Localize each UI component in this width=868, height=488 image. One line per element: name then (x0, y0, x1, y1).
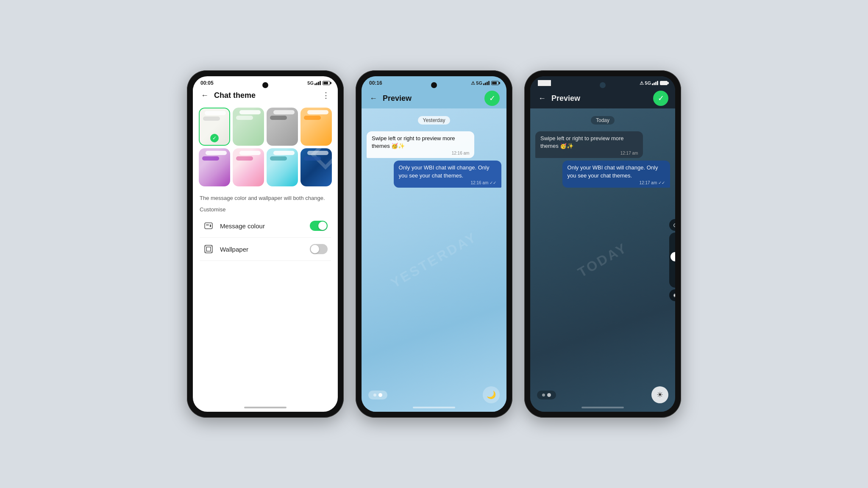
watermark-2: YESTERDAY (388, 229, 480, 291)
phone-1-notch (262, 82, 268, 88)
status-icons-3: ⚠ 5G (640, 80, 668, 86)
back-button-3[interactable]: ← (537, 94, 547, 103)
alert-icon-3: ⚠ (640, 80, 644, 86)
chat-area-2: YESTERDAY Yesterday Swipe left or right … (362, 108, 506, 412)
screen-title-2: Preview (383, 94, 480, 103)
signal-icon-1: 5G (307, 80, 314, 86)
brightness-icon-top[interactable]: ⊙ (669, 219, 675, 231)
battery-3 (660, 81, 668, 85)
theme-item-purple[interactable] (199, 148, 230, 186)
bubble-time-2-1: 12:16 am (372, 151, 469, 155)
phone-2-screen: 00:16 ⚠ 5G ← Preview ✓ (362, 76, 506, 412)
screen-title-1: Chat theme (214, 91, 317, 100)
phone-2: 00:16 ⚠ 5G ← Preview ✓ (356, 70, 512, 418)
light-mode-button-3[interactable]: ☀ (651, 386, 668, 403)
confirm-button-3[interactable]: ✓ (653, 91, 668, 106)
confirm-button-2[interactable]: ✓ (484, 91, 500, 106)
signal-bars-1 (314, 81, 321, 85)
dot-2-1 (373, 394, 376, 396)
dot-2-2 (378, 393, 382, 397)
wallpaper-label: Wallpaper (220, 246, 304, 253)
customise-label: Customise (200, 206, 331, 213)
message-colour-icon (203, 220, 214, 231)
bubble-text-3-1: Swipe left or right to preview more them… (540, 135, 638, 150)
wallpaper-icon (203, 244, 214, 255)
brightness-icon-bottom[interactable]: ✺ (669, 289, 675, 301)
dot-3-1 (542, 394, 545, 396)
bubble-text-sent-3-1: Only your WBI chat will change. Only you… (568, 164, 665, 179)
wallpaper-row[interactable]: Wallpaper (200, 238, 331, 261)
bubble-text-2-1: Swipe left or right to preview more them… (372, 135, 469, 150)
bubble-received-2-1: Swipe left or right to preview more them… (367, 131, 474, 158)
bubble-time-3-1: 12:17 am (540, 151, 638, 155)
message-colour-toggle[interactable] (310, 221, 328, 231)
watermark-3: TODAY (575, 240, 630, 280)
phone-3: 00:17 ⚠ 5G ← Pr (524, 70, 681, 418)
messages-3: Today Swipe left or right to preview mor… (530, 108, 675, 191)
date-row-3: Today (535, 112, 670, 129)
description-text: The message color and wallpaper will bot… (200, 193, 331, 206)
signal-bars-3 (652, 81, 658, 85)
page-dots-3 (537, 391, 556, 399)
top-bar-2: ← Preview ✓ (362, 88, 506, 108)
home-indicator-1 (244, 407, 287, 408)
bubble-received-3-1: Swipe left or right to preview more them… (535, 131, 643, 158)
theme-grid: ✓ (193, 103, 338, 190)
dot-3-2 (547, 393, 551, 397)
date-chip-2: Yesterday (418, 116, 451, 125)
battery-1 (323, 81, 330, 85)
screen-title-3: Preview (551, 94, 649, 103)
signal-text-3: 5G (645, 80, 651, 86)
bubble-text-sent-2-1: Only your WBI chat will change. Only you… (399, 164, 496, 179)
time-3: 00:17 (538, 80, 551, 86)
bubble-sent-3-1: Only your WBI chat will change. Only you… (562, 161, 670, 187)
bubble-time-sent-3-1: 12:17 am ✓✓ (568, 180, 665, 185)
bubble-time-sent-2-1: 12:16 am ✓✓ (399, 180, 496, 185)
message-colour-row[interactable]: Message colour (200, 214, 331, 238)
svg-rect-2 (210, 225, 211, 227)
theme-check-default: ✓ (210, 134, 219, 142)
theme-item-green[interactable] (233, 108, 264, 146)
theme-item-grey[interactable] (267, 108, 298, 146)
date-row-2: Yesterday (367, 112, 501, 129)
status-icons-1: 5G (307, 80, 330, 86)
signal-text-2: 5G (476, 80, 482, 86)
phone-2-notch (431, 82, 437, 88)
theme-item-blue[interactable] (300, 148, 332, 186)
theme-item-orange[interactable] (300, 108, 332, 146)
theme-item-pink[interactable] (233, 148, 264, 186)
alert-icon-2: ⚠ (471, 80, 475, 86)
theme-item-default[interactable]: ✓ (199, 108, 230, 146)
svg-rect-4 (206, 247, 211, 251)
dark-mode-button-2[interactable]: 🌙 (483, 386, 500, 403)
brightness-thumb[interactable] (670, 252, 675, 261)
home-indicator-2 (413, 407, 455, 408)
svg-rect-1 (206, 225, 209, 225)
phone-3-screen: 00:17 ⚠ 5G ← Pr (530, 76, 675, 412)
brightness-track[interactable] (669, 233, 675, 288)
messages-2: Yesterday Swipe left or right to preview… (362, 108, 506, 191)
svg-rect-0 (205, 223, 212, 229)
phone-3-notch (600, 82, 606, 88)
home-indicator-3 (581, 407, 624, 408)
back-button-2[interactable]: ← (368, 94, 378, 103)
back-button-1[interactable]: ← (200, 91, 210, 100)
preview-bottom-3: ☀ (530, 386, 675, 403)
top-bar-1: ← Chat theme ⋮ (193, 88, 338, 103)
phone-1: 00:05 5G ← Chat theme ⋮ (187, 70, 344, 418)
theme-item-teal[interactable] (267, 148, 298, 186)
wallpaper-toggle[interactable] (310, 244, 328, 254)
bubble-sent-2-1: Only your WBI chat will change. Only you… (394, 161, 501, 187)
page-dots-2 (368, 391, 387, 399)
brightness-slider-area: ⊙ ✺ (669, 219, 675, 301)
date-chip-3: Today (591, 116, 615, 125)
customise-section: The message color and wallpaper will bot… (193, 190, 338, 263)
time-1: 00:05 (200, 80, 214, 86)
signal-bars-2 (483, 81, 490, 85)
preview-bottom-2: 🌙 (362, 386, 506, 403)
status-icons-2: ⚠ 5G (471, 80, 499, 86)
top-bar-3: ← Preview ✓ (530, 88, 675, 108)
message-colour-label: Message colour (220, 222, 304, 230)
battery-2 (491, 81, 499, 85)
more-button-1[interactable]: ⋮ (321, 91, 331, 100)
